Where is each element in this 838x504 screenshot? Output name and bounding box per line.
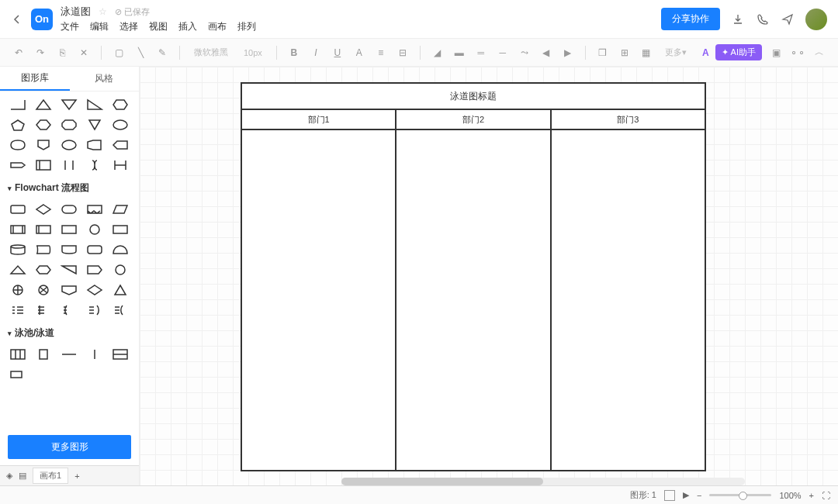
lane-body[interactable] bbox=[552, 130, 706, 471]
star-icon[interactable]: ☆ bbox=[99, 6, 107, 17]
font-family-select[interactable]: 微软雅黑 bbox=[189, 47, 233, 58]
shape-item[interactable] bbox=[59, 98, 79, 112]
shape-item[interactable] bbox=[59, 303, 79, 317]
arrow-start-icon[interactable]: ◀ bbox=[538, 45, 554, 60]
tab-shapes[interactable]: 图形库 bbox=[0, 67, 70, 91]
lane-header[interactable]: 部门2 bbox=[396, 110, 551, 130]
shape-item[interactable] bbox=[33, 263, 54, 277]
shape-item[interactable] bbox=[59, 263, 79, 277]
shape-item[interactable] bbox=[85, 263, 105, 277]
category-swimlane[interactable]: 泳池/泳道 bbox=[8, 326, 131, 340]
font-size-select[interactable]: 10px bbox=[239, 48, 267, 57]
menu-insert[interactable]: 插入 bbox=[178, 20, 197, 33]
shape-item[interactable] bbox=[85, 347, 105, 361]
share-button[interactable]: 分享协作 bbox=[661, 8, 720, 30]
shape-item[interactable] bbox=[110, 98, 130, 112]
shape-item[interactable] bbox=[85, 158, 105, 172]
align-icon[interactable]: ≡ bbox=[373, 45, 389, 60]
layers-icon[interactable]: ◈ bbox=[6, 471, 12, 481]
shape-item[interactable] bbox=[8, 118, 28, 132]
shape-item[interactable] bbox=[85, 98, 105, 112]
shape-item[interactable] bbox=[59, 158, 79, 172]
valign-icon[interactable]: ⊟ bbox=[395, 45, 410, 60]
redo-icon[interactable]: ↷ bbox=[33, 45, 48, 60]
presentation-icon[interactable]: ▶ bbox=[683, 490, 689, 500]
shape-item[interactable] bbox=[110, 202, 130, 216]
shape-item[interactable] bbox=[85, 243, 105, 257]
avatar[interactable] bbox=[805, 9, 827, 30]
shape-item[interactable] bbox=[85, 223, 105, 236]
shape-item[interactable] bbox=[85, 283, 105, 297]
shape-item[interactable] bbox=[8, 138, 28, 152]
stroke-icon[interactable]: ▬ bbox=[452, 45, 467, 60]
swimlane-diagram[interactable]: 泳道图标题 部门1 部门2 部门3 bbox=[241, 82, 706, 471]
shape-item[interactable] bbox=[110, 223, 130, 236]
shape-item[interactable] bbox=[110, 158, 130, 172]
download-icon[interactable] bbox=[731, 12, 745, 26]
shape-item[interactable] bbox=[85, 202, 105, 216]
send-icon[interactable] bbox=[781, 12, 795, 26]
horizontal-scrollbar[interactable] bbox=[341, 478, 745, 485]
shape-item[interactable] bbox=[59, 202, 79, 216]
collapse-icon[interactable]: ︿ bbox=[812, 45, 827, 60]
shape-item[interactable] bbox=[59, 138, 79, 152]
menu-edit[interactable]: 编辑 bbox=[90, 20, 109, 33]
undo-icon[interactable]: ↶ bbox=[11, 45, 26, 60]
shape-item[interactable] bbox=[110, 303, 130, 317]
shape-item[interactable] bbox=[110, 347, 130, 361]
shape-item[interactable] bbox=[59, 223, 79, 236]
shape-item[interactable] bbox=[85, 138, 105, 152]
shape-item[interactable] bbox=[8, 98, 28, 112]
lane-header[interactable]: 部门3 bbox=[552, 110, 706, 130]
shape-item[interactable] bbox=[33, 223, 54, 236]
bold-icon[interactable]: B bbox=[286, 45, 302, 60]
add-page-icon[interactable]: + bbox=[74, 471, 79, 481]
shape-item[interactable] bbox=[85, 303, 105, 317]
shape-item[interactable] bbox=[59, 243, 79, 257]
shape-item[interactable] bbox=[33, 118, 54, 132]
line-width-icon[interactable]: ─ bbox=[495, 45, 511, 60]
lane-body[interactable] bbox=[396, 130, 551, 471]
document-title[interactable]: 泳道图 bbox=[61, 5, 91, 19]
shape-item[interactable] bbox=[8, 263, 28, 277]
shape-item[interactable] bbox=[33, 347, 54, 361]
underline-icon[interactable]: U bbox=[330, 45, 345, 60]
menu-file[interactable]: 文件 bbox=[61, 20, 79, 33]
shape-item[interactable] bbox=[8, 347, 28, 361]
shape-item[interactable] bbox=[110, 283, 130, 297]
clear-format-icon[interactable]: ✕ bbox=[76, 45, 92, 60]
tab-styles[interactable]: 风格 bbox=[70, 67, 140, 91]
menu-canvas[interactable]: 画布 bbox=[208, 20, 227, 33]
fill-icon[interactable]: ◢ bbox=[430, 45, 445, 60]
shape-item[interactable] bbox=[110, 263, 130, 277]
shape-item[interactable] bbox=[33, 138, 54, 152]
shape-item[interactable] bbox=[8, 283, 28, 297]
shape-item[interactable] bbox=[8, 243, 28, 257]
fit-icon[interactable] bbox=[664, 490, 675, 501]
arrow-end-icon[interactable]: ▶ bbox=[560, 45, 576, 60]
lane-body[interactable] bbox=[241, 130, 396, 471]
group-icon[interactable]: ⊞ bbox=[617, 45, 632, 60]
shape-item[interactable] bbox=[85, 118, 105, 132]
format-painter-icon[interactable]: ⎘ bbox=[54, 45, 70, 60]
fullscreen-icon[interactable]: ⛶ bbox=[822, 491, 830, 500]
shape-item[interactable] bbox=[59, 118, 79, 132]
phone-icon[interactable] bbox=[756, 12, 770, 26]
more-shapes-button[interactable]: 更多图形 bbox=[8, 435, 131, 459]
shape-rect-icon[interactable]: ▢ bbox=[111, 45, 126, 60]
shape-item[interactable] bbox=[110, 138, 130, 152]
shape-item[interactable] bbox=[59, 347, 79, 361]
shape-pen-icon[interactable]: ✎ bbox=[154, 45, 170, 60]
line-style-icon[interactable]: ═ bbox=[473, 45, 489, 60]
font-color-icon[interactable]: A bbox=[351, 45, 367, 60]
shape-line-icon[interactable]: ╲ bbox=[133, 45, 148, 60]
shape-item[interactable] bbox=[33, 202, 54, 216]
category-flowchart[interactable]: Flowchart 流程图 bbox=[8, 181, 131, 195]
shape-item[interactable] bbox=[8, 303, 28, 317]
shape-item[interactable] bbox=[33, 283, 54, 297]
settings-icon[interactable]: ⚬⚬ bbox=[790, 45, 805, 60]
shape-item[interactable] bbox=[8, 223, 28, 236]
more-tools[interactable]: 更多▾ bbox=[660, 47, 691, 58]
shape-item[interactable] bbox=[110, 118, 130, 132]
zoom-value[interactable]: 100% bbox=[779, 491, 801, 500]
